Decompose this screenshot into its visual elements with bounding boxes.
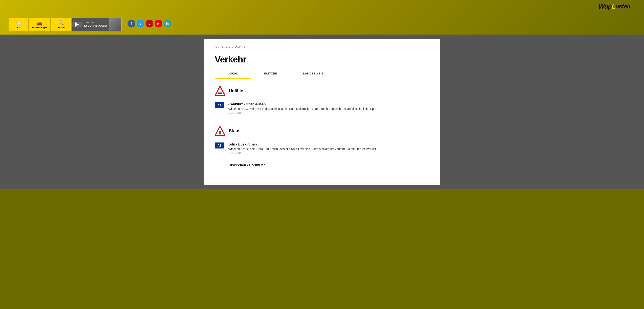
- unfaelle-item-1: A3 Frankfurt - Oberhausen zwischen Kreuz…: [215, 102, 429, 119]
- header-right-logo: Wup Lusten: [597, 2, 640, 11]
- staus-divider: [215, 139, 429, 139]
- breadcrumb-sep-1: »: [218, 46, 220, 49]
- breadcrumb: ⌂ » Service » Verkehr: [215, 45, 429, 49]
- music-info: CARRY ON KYGO & RITA ORA: [82, 20, 109, 29]
- weather-button[interactable]: ⛅ 24 °C: [8, 18, 28, 31]
- traffic-label: 15 Meldungen: [32, 26, 48, 29]
- staus-item-1: A1 Köln - Euskirchen zwischen Kreuz Köln…: [215, 142, 429, 159]
- search-label: Suche: [58, 26, 64, 29]
- logo-subtitle: [4, 10, 22, 14]
- unfaelle-source-1: Quelle: ADAC: [228, 112, 429, 115]
- staus-info-2: Euskirchen - Dortmund: [228, 163, 429, 168]
- unfaelle-info-1: Frankfurt - Oberhausen zwischen Kreuz Kö…: [228, 102, 429, 115]
- logo-area: [4, 2, 30, 14]
- youtube-icon[interactable]: ▶: [154, 20, 162, 28]
- traffic-button[interactable]: 🚗 15 Meldungen: [29, 18, 50, 31]
- staus-source-1: Quelle: ADAC: [228, 152, 429, 155]
- pinterest-icon[interactable]: p: [146, 20, 153, 28]
- instagram-icon[interactable]: in: [164, 20, 171, 28]
- content-container: ⌂ » Service » Verkehr Verkehr LOKAL BLIT…: [204, 39, 440, 185]
- breadcrumb-sep-2: »: [232, 46, 234, 49]
- brand-logo: Wup Lusten: [597, 2, 640, 11]
- home-icon[interactable]: ⌂: [215, 45, 217, 49]
- header: Wup Lusten ⛅ 24 °C 🚗 15 Meldungen 🔍 Such…: [0, 0, 644, 34]
- play-button[interactable]: [72, 22, 82, 26]
- staus-title: Staus: [229, 128, 240, 133]
- highway-badge-a1: A1: [215, 142, 224, 148]
- tab-lokal[interactable]: LOKAL: [215, 69, 251, 79]
- tabs-container: LOKAL BLITZER LANDESWEIT: [215, 69, 429, 79]
- accident-warning-icon: 🚗: [215, 86, 226, 96]
- tab-blitzer[interactable]: BLITZER: [251, 69, 290, 79]
- album-art: 🎵: [109, 18, 121, 31]
- weather-label: 24 °C: [15, 26, 21, 29]
- weather-icon: ⛅: [16, 20, 21, 26]
- staus-section-header: 🚦 Staus: [215, 126, 429, 136]
- unfaelle-desc-1: zwischen Kreuz Köln-Ost und Anschlussste…: [228, 107, 429, 111]
- song-label: CARRY ON: [84, 21, 107, 24]
- staus-item-2: Euskirchen - Dortmund: [215, 163, 429, 172]
- social-icons: f t p ▶ in: [128, 20, 171, 28]
- toolbar: ⛅ 24 °C 🚗 15 Meldungen 🔍 Suche CARRY ON …: [6, 16, 122, 31]
- staus-route-1: Köln - Euskirchen: [228, 142, 429, 146]
- tab-landesweit[interactable]: LANDESWEIT: [290, 69, 336, 79]
- unfaelle-route-1: Frankfurt - Oberhausen: [228, 102, 429, 106]
- search-button[interactable]: 🔍 Suche: [51, 18, 71, 31]
- svg-text:🚦: 🚦: [218, 130, 222, 134]
- svg-text:🚗: 🚗: [218, 90, 222, 95]
- header-top: Wup Lusten: [4, 2, 640, 16]
- car-icon: 🚗: [37, 20, 42, 26]
- search-icon: 🔍: [58, 20, 64, 26]
- highway-badge-a3: A3: [215, 102, 224, 108]
- music-player-button[interactable]: CARRY ON KYGO & RITA ORA 🎵: [72, 18, 121, 31]
- play-icon: [75, 22, 79, 26]
- song-artist: KYGO & RITA ORA: [84, 24, 107, 28]
- unfaelle-section-header: 🚗 Unfälle: [215, 86, 429, 96]
- staus-route-2: Euskirchen - Dortmund: [228, 163, 429, 167]
- main-wrapper: ⌂ » Service » Verkehr Verkehr LOKAL BLIT…: [0, 34, 644, 189]
- staus-desc-1: zwischen Kreuz Köln-Nord und Anschlussst…: [228, 147, 429, 151]
- breadcrumb-service[interactable]: Service: [221, 46, 231, 49]
- page-title: Verkehr: [215, 54, 429, 64]
- twitter-icon[interactable]: t: [136, 20, 144, 28]
- unfaelle-divider: [215, 99, 429, 99]
- staus-info-1: Köln - Euskirchen zwischen Kreuz Köln-No…: [228, 142, 429, 155]
- stau-warning-icon: 🚦: [215, 126, 226, 136]
- facebook-icon[interactable]: f: [128, 20, 135, 28]
- logo-image: [4, 2, 30, 8]
- breadcrumb-current: Verkehr: [235, 46, 245, 49]
- unfaelle-title: Unfälle: [229, 88, 243, 93]
